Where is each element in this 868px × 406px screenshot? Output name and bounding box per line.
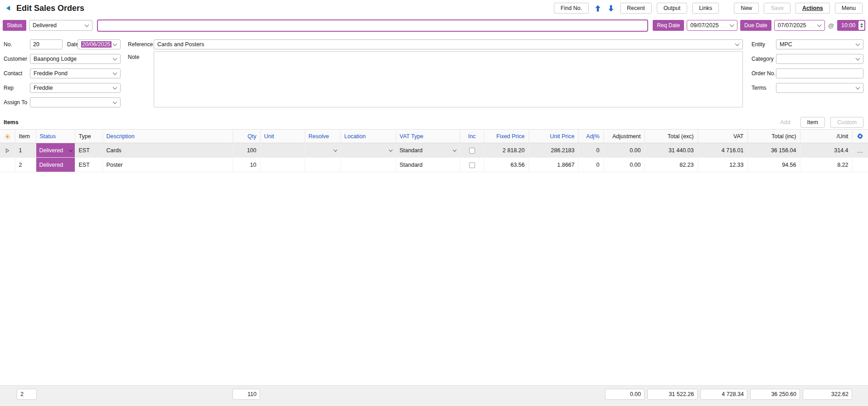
req-date-label: Req Date: [653, 20, 684, 31]
location-cell[interactable]: [340, 158, 396, 172]
menu-button[interactable]: Menu: [835, 3, 863, 14]
unit-price-cell[interactable]: 1.8667: [529, 158, 578, 172]
ellipsis-icon: …: [857, 147, 863, 154]
col-header-description: Description: [102, 130, 233, 143]
links-button[interactable]: Links: [692, 3, 719, 14]
description-cell[interactable]: Poster: [102, 158, 233, 172]
date-label: Date: [67, 39, 78, 49]
inc-cell[interactable]: [460, 158, 484, 172]
col-header-inc: Inc: [460, 130, 484, 143]
customer-label: Customer: [4, 54, 27, 64]
assign-to-select[interactable]: [30, 97, 121, 107]
status-select[interactable]: Delivered: [29, 20, 92, 31]
assign-to-label: Assign To: [4, 97, 27, 107]
col-header-unit: Unit: [260, 130, 305, 143]
customer-select[interactable]: Baanpong Lodge: [30, 54, 121, 64]
total-per-unit: 322.62: [803, 389, 852, 400]
total-exc: 31 522.26: [647, 389, 698, 400]
adj-pct-cell[interactable]: 0: [578, 143, 603, 158]
custom-button[interactable]: Custom: [830, 117, 863, 128]
item-button[interactable]: Item: [800, 117, 825, 128]
category-label: Category: [752, 54, 774, 64]
actions-button[interactable]: Actions: [795, 3, 830, 14]
page-title: Edit Sales Orders: [16, 4, 84, 13]
qty-cell[interactable]: 100: [233, 143, 260, 158]
total-inc: 36 250.60: [750, 389, 800, 400]
rep-select[interactable]: Freddie: [30, 83, 121, 93]
row-status-cell[interactable]: Delivered: [36, 158, 75, 172]
items-table: Item Status Type Description Qty Unit Re…: [0, 129, 868, 172]
order-search-input[interactable]: [97, 19, 648, 32]
output-button[interactable]: Output: [657, 3, 688, 14]
save-button[interactable]: Save: [764, 3, 790, 14]
reference-select[interactable]: Cards and Posters: [154, 39, 743, 49]
recent-button[interactable]: Recent: [620, 3, 652, 14]
adjustment-cell: 0.00: [603, 143, 645, 158]
total-inc-cell: 36 156.04: [747, 143, 800, 158]
down-arrow-icon: [608, 5, 614, 12]
row-menu-cell[interactable]: [852, 158, 868, 172]
date-value: 20/06/2025: [81, 41, 112, 48]
inc-checkbox[interactable]: [469, 162, 475, 168]
row-status-cell[interactable]: Delivered: [36, 143, 75, 158]
status-badge-label: Delivered: [39, 147, 63, 154]
nav-down-button[interactable]: [607, 4, 615, 13]
time-input[interactable]: 10:00: [837, 20, 865, 31]
fixed-price-cell[interactable]: 2 818.20: [484, 143, 529, 158]
order-no-input[interactable]: [776, 68, 863, 78]
totals-footer: 2 110 0.00 31 522.26 4 728.34 36 250.60 …: [0, 385, 868, 406]
location-cell[interactable]: [340, 143, 396, 158]
reference-label: Reference: [128, 39, 153, 49]
col-header-total-exc: Total (exc): [645, 130, 698, 143]
unit-cell[interactable]: [260, 143, 305, 158]
expand-cell[interactable]: [0, 143, 15, 158]
table-row: 2 Delivered EST Poster 10 Standard 63.56…: [0, 158, 868, 172]
expand-cell[interactable]: [0, 158, 15, 172]
category-select[interactable]: [776, 54, 863, 64]
date-select[interactable]: 20/06/2025: [78, 39, 121, 49]
find-no-button[interactable]: Find No.: [554, 3, 589, 14]
expand-triangle-icon: [5, 148, 10, 153]
qty-cell[interactable]: 10: [233, 158, 260, 172]
col-header-total-inc: Total (inc): [747, 130, 800, 143]
due-date-select[interactable]: 07/07/2025: [774, 20, 825, 31]
terms-select[interactable]: [776, 83, 863, 93]
nav-up-button[interactable]: [594, 4, 602, 13]
row-menu-cell[interactable]: …: [852, 143, 868, 158]
type-cell: EST: [75, 158, 102, 172]
back-button[interactable]: [4, 4, 13, 13]
adj-pct-cell[interactable]: 0: [578, 158, 603, 172]
vat-type-cell[interactable]: Standard: [396, 158, 460, 172]
contact-select[interactable]: Freddie Pond: [30, 68, 121, 78]
time-spinner-icon[interactable]: [858, 21, 864, 30]
vat-type-cell[interactable]: Standard: [396, 143, 460, 158]
note-field[interactable]: [154, 51, 743, 107]
per-unit-cell: 8.22: [800, 158, 852, 172]
table-row: 1 Delivered EST Cards 100 Standard 2 818…: [0, 143, 868, 158]
col-header-resolve: Resolve: [305, 130, 340, 143]
col-header-unit-price: Unit Price: [529, 130, 578, 143]
inc-cell[interactable]: [460, 143, 484, 158]
resolve-cell[interactable]: [305, 143, 340, 158]
entity-select[interactable]: MPC: [776, 39, 863, 49]
col-header-vat-type: VAT Type: [396, 130, 460, 143]
inc-checkbox[interactable]: [469, 148, 475, 154]
total-row-count: 2: [17, 389, 37, 400]
status-badge: Delivered: [36, 143, 75, 157]
unit-price-cell[interactable]: 286.2183: [529, 143, 578, 158]
no-input[interactable]: [30, 39, 63, 49]
description-cell[interactable]: Cards: [102, 143, 233, 158]
add-button[interactable]: Add: [776, 117, 795, 128]
col-header-settings[interactable]: [852, 130, 868, 143]
unit-cell[interactable]: [260, 158, 305, 172]
no-label: No.: [4, 39, 12, 49]
fixed-price-cell[interactable]: 63.56: [484, 158, 529, 172]
new-button[interactable]: New: [734, 3, 759, 14]
resolve-cell[interactable]: [305, 158, 340, 172]
req-date-select[interactable]: 09/07/2025: [687, 20, 737, 31]
status-label: Status: [3, 20, 26, 31]
total-qty: 110: [233, 389, 260, 400]
col-header-flags[interactable]: [0, 130, 15, 143]
vat-cell: 12.33: [698, 158, 747, 172]
total-inc-cell: 94.56: [747, 158, 800, 172]
